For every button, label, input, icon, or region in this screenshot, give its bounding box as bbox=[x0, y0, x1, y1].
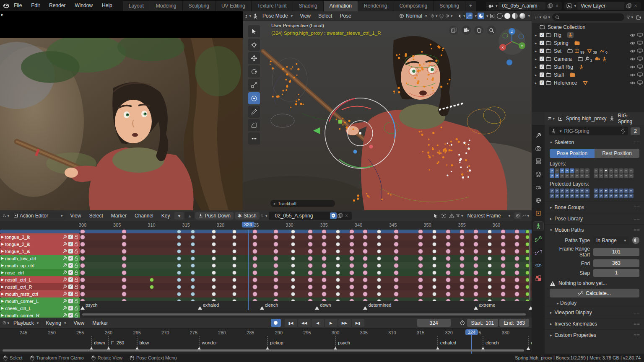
keyframe[interactable] bbox=[191, 256, 195, 261]
vertical-scrollbar[interactable] bbox=[529, 230, 530, 300]
keyframe[interactable] bbox=[418, 235, 423, 240]
calculate-button[interactable]: Calculate... bbox=[550, 289, 639, 297]
keyframe[interactable] bbox=[377, 235, 381, 239]
keyframe[interactable] bbox=[432, 292, 436, 296]
layer-cell[interactable] bbox=[555, 189, 559, 193]
checkbox[interactable]: ✓ bbox=[540, 33, 544, 37]
keyframe[interactable] bbox=[232, 256, 236, 261]
keyframe[interactable] bbox=[252, 284, 257, 290]
keyframe[interactable] bbox=[377, 264, 381, 268]
channel-tongue_2_ik[interactable]: ▶tongue_2_ik✓ bbox=[0, 240, 80, 248]
rotate-tool[interactable] bbox=[248, 65, 260, 78]
copy-icon[interactable] bbox=[547, 3, 553, 9]
outliner-display-mode-icon[interactable]: ▾ bbox=[535, 14, 541, 21]
workspace-tab-uv-editing[interactable]: UV Editing bbox=[216, 1, 252, 11]
layer-cell[interactable] bbox=[570, 173, 574, 178]
unlock-icon[interactable] bbox=[74, 299, 78, 303]
layer-cell[interactable] bbox=[580, 168, 584, 173]
panel-skeleton[interactable]: ▾ Skeleton== bbox=[545, 137, 644, 148]
outliner-row-spring[interactable]: ▸✓Spring bbox=[532, 39, 644, 47]
keyframe[interactable] bbox=[349, 249, 354, 254]
playhead[interactable] bbox=[248, 230, 249, 310]
keyframe[interactable] bbox=[501, 270, 506, 275]
show-errors-icon[interactable] bbox=[448, 212, 455, 219]
hide-eye-icon[interactable] bbox=[630, 41, 636, 45]
workspace-tab-rendering[interactable]: Rendering bbox=[358, 1, 393, 11]
field-value[interactable]: 1 bbox=[593, 269, 639, 277]
workspace-tab-animation[interactable]: Animation bbox=[324, 1, 358, 11]
keyframe[interactable] bbox=[418, 263, 423, 268]
keyframe[interactable] bbox=[432, 271, 436, 275]
auto-key-record-button[interactable] bbox=[271, 319, 281, 327]
tab-texture[interactable] bbox=[533, 274, 543, 283]
keyframe[interactable] bbox=[514, 263, 519, 268]
marker-label-extreme[interactable]: extreme bbox=[479, 303, 496, 308]
keyframe[interactable] bbox=[363, 242, 368, 247]
checkbox[interactable]: ✓ bbox=[540, 65, 544, 69]
close-icon[interactable]: × bbox=[632, 3, 639, 9]
keyframe[interactable] bbox=[336, 285, 340, 289]
keyframe[interactable] bbox=[394, 270, 399, 275]
layer-cell[interactable] bbox=[560, 189, 564, 193]
expand-arrow-icon[interactable]: ▸ bbox=[534, 81, 538, 85]
checkbox[interactable]: ✓ bbox=[540, 57, 544, 61]
layer-cell[interactable] bbox=[599, 168, 603, 173]
keyframe[interactable] bbox=[377, 292, 381, 296]
keyframe[interactable] bbox=[232, 242, 236, 246]
camera-view-icon[interactable] bbox=[462, 26, 471, 35]
keyframe[interactable] bbox=[394, 249, 399, 254]
keyframe[interactable] bbox=[473, 263, 478, 268]
keyframe[interactable] bbox=[191, 242, 195, 246]
keyframe[interactable] bbox=[122, 242, 127, 247]
keyframe[interactable] bbox=[232, 264, 236, 268]
keyframe[interactable] bbox=[191, 235, 195, 239]
keyframe[interactable] bbox=[308, 270, 313, 275]
outliner-row-staff[interactable]: ▸✓Staff bbox=[532, 71, 644, 79]
shading-solid-icon[interactable] bbox=[504, 13, 511, 19]
disable-viewport-icon[interactable] bbox=[637, 49, 643, 53]
keyframe[interactable] bbox=[291, 264, 295, 268]
expand-arrow-icon[interactable]: ▸ bbox=[534, 41, 538, 45]
rest-position-button[interactable]: Rest Position bbox=[595, 149, 639, 158]
keyframe[interactable] bbox=[514, 235, 519, 240]
unlock-icon[interactable] bbox=[74, 313, 78, 318]
channel-mouth_corner_R[interactable]: ▶mouth_corner_R✓ bbox=[0, 312, 80, 318]
playback-menu[interactable]: Playback▾ bbox=[10, 319, 42, 327]
layer-cell[interactable] bbox=[599, 194, 603, 198]
keyframe[interactable] bbox=[501, 277, 506, 282]
menu-view[interactable]: View bbox=[296, 12, 314, 20]
editor-type-icon[interactable]: ▾ bbox=[3, 320, 9, 326]
keyframe[interactable] bbox=[501, 263, 506, 268]
menu-render[interactable]: Render bbox=[44, 0, 70, 11]
marker-label-clench[interactable]: clench bbox=[265, 303, 278, 308]
keyframe[interactable] bbox=[460, 256, 465, 261]
current-frame-badge[interactable]: 324 bbox=[465, 329, 478, 335]
menu-marker[interactable]: Marker bbox=[108, 212, 130, 220]
outliner-row-reference[interactable]: ▸✓Reference bbox=[532, 79, 644, 87]
keyframe[interactable] bbox=[252, 256, 257, 261]
unlock-icon[interactable] bbox=[74, 242, 78, 246]
layer-cell[interactable] bbox=[560, 168, 564, 173]
layer-cell[interactable] bbox=[555, 173, 559, 178]
workspace-tab-shading[interactable]: Shading bbox=[293, 1, 324, 11]
filter-funnel-icon[interactable]: ▾ bbox=[456, 212, 463, 219]
keyframe[interactable] bbox=[473, 292, 478, 297]
unlock-icon[interactable] bbox=[74, 306, 78, 310]
keyframe[interactable] bbox=[432, 235, 436, 239]
keyframe[interactable] bbox=[349, 235, 354, 240]
modifier-wrench-icon[interactable] bbox=[62, 284, 67, 289]
keyframe[interactable] bbox=[273, 284, 278, 290]
tab-output[interactable] bbox=[533, 157, 543, 166]
keyframe[interactable] bbox=[291, 256, 295, 261]
layer-cell[interactable] bbox=[604, 168, 608, 173]
marker-label-pickup[interactable]: pickup bbox=[270, 340, 283, 345]
menu-marker[interactable]: Marker bbox=[89, 319, 111, 327]
mode-selector[interactable]: Pose Mode▾ bbox=[260, 12, 296, 20]
unlock-icon[interactable] bbox=[74, 284, 78, 289]
tab-bone[interactable] bbox=[533, 235, 543, 244]
keyframe[interactable] bbox=[80, 277, 85, 282]
panel-motion-paths[interactable]: ▾ Motion Paths== bbox=[545, 224, 644, 235]
expand-arrow-icon[interactable]: ▶ bbox=[1, 285, 4, 289]
pivot-point-icon[interactable]: ▾ bbox=[431, 13, 437, 19]
modifier-wrench-icon[interactable] bbox=[62, 306, 67, 310]
